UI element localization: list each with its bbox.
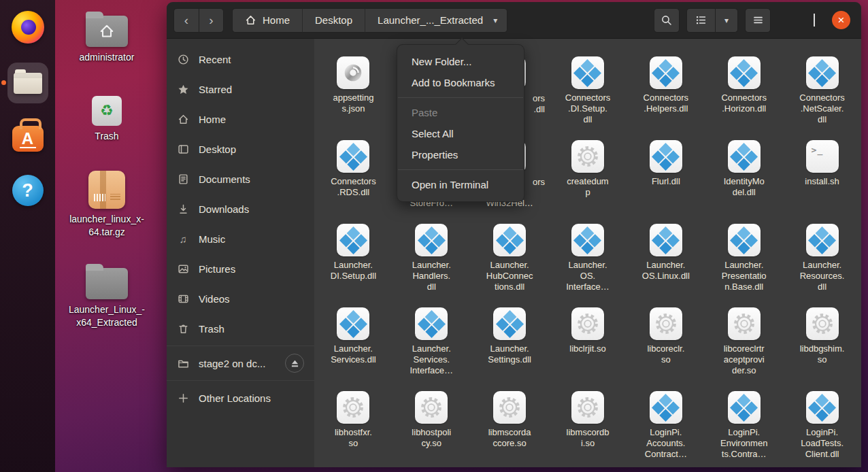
desktop-icon-extracted-folder[interactable]: Launcher_Linux_- x64_Extracted — [65, 260, 148, 329]
sidebar-item-desktop[interactable]: Desktop — [167, 134, 314, 164]
desktop-icon-label: Launcher_Linux_- x64_Extracted — [65, 303, 148, 329]
file-item[interactable]: Launcher. Services.dll — [314, 307, 393, 391]
file-item[interactable]: appsetting s.json — [314, 56, 393, 140]
menu-item-open-in-terminal[interactable]: Open in Terminal — [397, 174, 524, 195]
sidebar-item-home[interactable]: Home — [167, 104, 314, 134]
file-item[interactable]: Launcher. Resources. dll — [783, 224, 861, 307]
file-item[interactable]: libmscordb i.so — [549, 391, 627, 467]
file-label: Flurl.dll — [652, 176, 680, 187]
file-item[interactable]: Connectors .Helpers.dll — [627, 56, 705, 140]
file-item[interactable]: libclrjit.so — [549, 307, 627, 391]
ubuntu-software-icon: A — [12, 126, 44, 152]
file-item[interactable]: Connectors .NetScaler. dll — [783, 56, 861, 140]
menu-separator — [398, 169, 523, 170]
file-item[interactable]: LoginPi. Environmen ts.Contra… — [705, 391, 783, 467]
file-label: install.sh — [805, 176, 839, 187]
file-item[interactable]: libdbgshim. so — [783, 307, 861, 391]
sidebar-item-downloads[interactable]: Downloads — [167, 194, 314, 224]
file-item[interactable]: Launcher. Presentatio n.Base.dll — [705, 224, 783, 307]
file-item[interactable]: Launcher. Settings.dll — [471, 307, 549, 391]
sidebar-item-starred[interactable]: Starred — [167, 74, 314, 104]
file-item[interactable]: Launcher. OS.Linux.dll — [627, 224, 705, 307]
file-label: libhostpoli cy.so — [412, 427, 451, 449]
sidebar-item-music[interactable]: ♫Music — [167, 224, 314, 254]
dock-item-firefox[interactable] — [7, 7, 48, 48]
file-icon-gear — [337, 391, 369, 424]
file-icon-dll — [571, 56, 604, 89]
file-item[interactable]: Launcher. Services. Interface… — [393, 307, 471, 391]
file-item[interactable]: Flurl.dll — [627, 140, 705, 224]
trash-can-icon: ♻ — [91, 96, 122, 126]
path-button-home[interactable]: Home — [232, 8, 302, 33]
chevron-left-icon: ‹ — [184, 13, 188, 28]
file-icon-dll — [650, 140, 682, 173]
desktop-icon-administrator[interactable]: administrator — [65, 7, 148, 64]
file-item[interactable]: libcoreclr. so — [627, 307, 705, 391]
file-icon-dll — [806, 391, 839, 424]
maximize-button[interactable] — [814, 14, 815, 27]
sidebar-item-videos[interactable]: Videos — [167, 284, 314, 314]
file-item[interactable]: libhostfxr. so — [314, 391, 393, 467]
file-item[interactable]: Launcher. DI.Setup.dll — [314, 224, 393, 307]
sidebar-item-pictures[interactable]: Pictures — [167, 254, 314, 284]
document-icon — [177, 173, 189, 185]
file-icon-dll — [337, 307, 369, 340]
star-icon — [177, 84, 189, 95]
menu-item-properties[interactable]: Properties — [397, 144, 524, 165]
file-item[interactable]: Connectors .RDS.dll — [314, 140, 393, 224]
picture-icon — [177, 263, 189, 275]
file-item[interactable]: Launcher. HubConnec tions.dll — [471, 224, 549, 307]
file-item[interactable]: libcoreclrtr aceptprovi der.so — [705, 307, 783, 391]
file-item[interactable]: LoginPi. LoadTests. Client.dll — [783, 391, 861, 467]
file-item[interactable]: Launcher. OS. Interface… — [549, 224, 627, 307]
dock-item-ubuntu-software[interactable]: A — [7, 115, 48, 156]
desktop-icon-trash[interactable]: ♻ Trash — [65, 86, 148, 143]
path-button-desktop[interactable]: Desktop — [302, 8, 365, 33]
menu-item-new-folder[interactable]: New Folder... — [397, 51, 524, 72]
file-item[interactable]: createdum p — [549, 140, 627, 224]
file-icon-gear — [806, 307, 839, 340]
sidebar-item-recent[interactable]: Recent — [167, 44, 314, 74]
view-options-button[interactable]: ▾ — [715, 8, 738, 33]
menu-item-add-to-bookmarks[interactable]: Add to Bookmarks — [397, 72, 524, 93]
file-icon-dll — [571, 224, 604, 256]
list-view-button[interactable] — [686, 8, 715, 33]
file-item[interactable]: LoginPi. Accounts. Contract… — [627, 391, 705, 467]
file-item[interactable]: >_install.sh — [783, 140, 861, 224]
sidebar-separator — [167, 380, 314, 381]
menu-item-select-all[interactable]: Select All — [397, 123, 524, 144]
search-button[interactable] — [654, 8, 680, 33]
desktop-icon-tarball[interactable]: launcher_linux_x- 64.tar.gz — [65, 169, 148, 239]
dock-item-files[interactable] — [7, 63, 48, 103]
file-icon-dll — [493, 224, 526, 256]
file-item[interactable]: Launcher. Handlers. dll — [393, 224, 471, 307]
eject-button[interactable] — [285, 354, 304, 373]
file-label: libdbgshim. so — [800, 343, 845, 365]
close-button[interactable]: × — [832, 11, 850, 29]
sidebar: RecentStarredHomeDesktopDocumentsDownloa… — [167, 39, 314, 467]
file-item[interactable]: Connectors .DI.Setup. dll — [549, 56, 627, 140]
folder-icon — [86, 268, 128, 299]
download-icon — [177, 203, 189, 215]
menu-button[interactable] — [745, 8, 771, 33]
file-icon-dll — [728, 56, 761, 89]
file-item[interactable]: Connectors .Horizon.dll — [705, 56, 783, 140]
path-button-current[interactable]: Launcher_..._Extracted ▾ — [365, 8, 507, 33]
sidebar-item-other-locations[interactable]: Other Locations — [167, 383, 314, 413]
file-item[interactable]: IdentityMo del.dll — [705, 140, 783, 224]
forward-button[interactable]: › — [199, 8, 224, 33]
help-icon: ? — [12, 175, 44, 206]
file-label: Connectors .RDS.dll — [331, 176, 375, 198]
file-icon-shell: >_ — [806, 140, 839, 173]
back-button[interactable]: ‹ — [173, 8, 199, 33]
file-item[interactable]: libhostpoli cy.so — [393, 391, 471, 467]
list-view-icon — [695, 14, 707, 26]
dock-item-help[interactable]: ? — [7, 170, 48, 211]
desktop-icon-label: launcher_linux_x- 64.tar.gz — [65, 213, 148, 239]
sidebar-item-trash[interactable]: Trash — [167, 314, 314, 343]
path-label: Desktop — [315, 14, 352, 26]
sidebar-item-documents[interactable]: Documents — [167, 164, 314, 194]
file-item[interactable]: libmscorda ccore.so — [471, 391, 549, 467]
sidebar-item-stage2-on-dc[interactable]: stage2 on dc... — [167, 348, 314, 378]
file-label: libcoreclr. so — [647, 343, 684, 365]
